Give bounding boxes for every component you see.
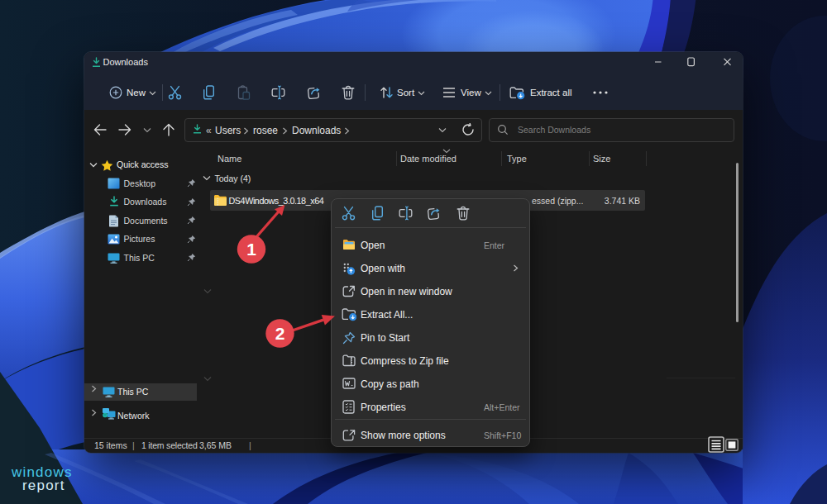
svg-text:2: 2 [275, 324, 285, 343]
svg-text:1: 1 [246, 240, 256, 259]
